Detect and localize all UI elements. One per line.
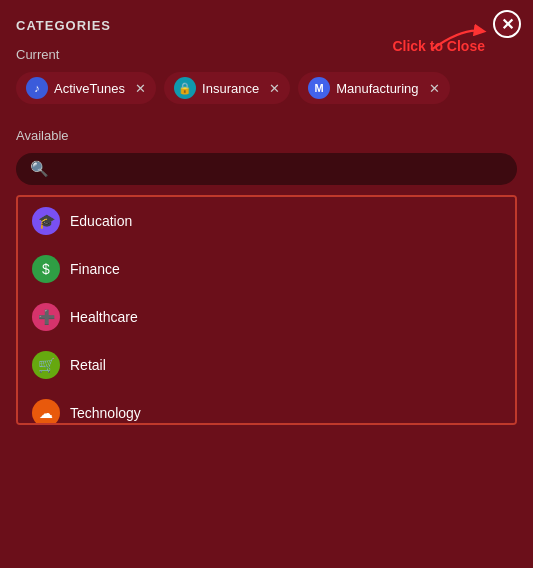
chip-activetunes[interactable]: ♪ ActiveTunes ✕ (16, 72, 156, 104)
list-item-education[interactable]: 🎓 Education (18, 197, 515, 245)
chip-activetunes-label: ActiveTunes (54, 81, 125, 96)
list-item-retail[interactable]: 🛒 Retail (18, 341, 515, 389)
search-bar: 🔍 (16, 153, 517, 185)
education-icon: 🎓 (32, 207, 60, 235)
list-item-retail-label: Retail (70, 357, 106, 373)
chip-manufacturing-remove[interactable]: ✕ (429, 81, 440, 96)
list-item-healthcare[interactable]: ➕ Healthcare (18, 293, 515, 341)
available-section-label: Available (16, 128, 517, 143)
list-item-technology[interactable]: ☁ Technology (18, 389, 515, 425)
categories-panel: CATEGORIES ✕ Click to Close Current ♪ Ac… (0, 0, 533, 568)
list-item-healthcare-label: Healthcare (70, 309, 138, 325)
chip-insurance-label: Insurance (202, 81, 259, 96)
search-icon: 🔍 (30, 160, 49, 178)
insurance-icon: 🔒 (174, 77, 196, 99)
manufacturing-icon: M (308, 77, 330, 99)
activetunes-icon: ♪ (26, 77, 48, 99)
list-item-finance-label: Finance (70, 261, 120, 277)
retail-icon: 🛒 (32, 351, 60, 379)
close-arrow-icon (427, 24, 487, 54)
healthcare-icon: ➕ (32, 303, 60, 331)
chip-manufacturing[interactable]: M Manufacturing ✕ (298, 72, 449, 104)
chip-insurance-remove[interactable]: ✕ (269, 81, 280, 96)
list-item-technology-label: Technology (70, 405, 141, 421)
available-section: Available 🔍 🎓 Education $ Finance ➕ Heal… (16, 128, 517, 425)
chip-manufacturing-label: Manufacturing (336, 81, 418, 96)
chip-insurance[interactable]: 🔒 Insurance ✕ (164, 72, 290, 104)
technology-icon: ☁ (32, 399, 60, 425)
search-input[interactable] (57, 162, 503, 177)
available-list: 🎓 Education $ Finance ➕ Healthcare 🛒 Ret… (16, 195, 517, 425)
close-button[interactable]: ✕ (493, 10, 521, 38)
current-chips: ♪ ActiveTunes ✕ 🔒 Insurance ✕ M Manufact… (16, 72, 517, 104)
list-item-education-label: Education (70, 213, 132, 229)
finance-icon: $ (32, 255, 60, 283)
chip-activetunes-remove[interactable]: ✕ (135, 81, 146, 96)
list-item-finance[interactable]: $ Finance (18, 245, 515, 293)
